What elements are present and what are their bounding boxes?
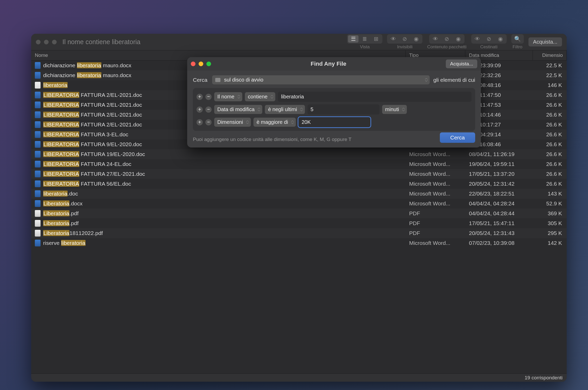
table-row[interactable]: Liberatoria.docxMicrosoft Word...04/04/2…: [31, 199, 567, 209]
file-icon: [35, 240, 41, 246]
minimize-button[interactable]: [44, 40, 49, 44]
crit3-op-select[interactable]: è maggiore di: [253, 118, 296, 127]
search-buy-button[interactable]: Acquista...: [446, 59, 477, 68]
file-size: 26.6 K: [533, 101, 567, 109]
file-name: LIBERATORIA FATTURA 2/EL-2021.doc: [43, 112, 142, 118]
table-row[interactable]: LIBERATORIA FATTURA 27/EL-2021.docMicros…: [31, 169, 567, 179]
packages-label: Contenuto pacchetti: [427, 44, 466, 50]
file-date: 17/05/21, 13:37:20: [465, 170, 533, 178]
trash-hide-button[interactable]: ⊘: [484, 35, 494, 43]
invisible-only-button[interactable]: ◉: [411, 35, 421, 43]
file-size: 26.6 K: [533, 111, 567, 119]
search-button[interactable]: Cerca: [440, 132, 475, 143]
file-size: 26.6 K: [533, 180, 567, 188]
scope-value: sul disco di avvio: [224, 77, 263, 83]
file-icon: [35, 102, 41, 108]
file-icon: [35, 111, 41, 118]
crit2-attr-select[interactable]: Data di modifica: [214, 105, 262, 114]
crit3-value-input[interactable]: [298, 117, 370, 127]
filter-label: Filtro: [513, 44, 522, 50]
file-size: 52.9 K: [533, 199, 567, 208]
table-row[interactable]: LIBERATORIA FATTURA 56/EL.docMicrosoft W…: [31, 179, 567, 189]
buy-button-main[interactable]: Acquista...: [528, 37, 562, 46]
criterion-row-1: + − Il nome contiene: [197, 92, 472, 102]
crit3-attr-select[interactable]: Dimensioni: [214, 118, 251, 127]
search-title: Find Any File: [211, 60, 446, 67]
search-minimize-button[interactable]: [199, 62, 203, 66]
file-date: 19/06/24, 19:59:11: [465, 160, 533, 168]
crit2-op-select[interactable]: è negli ultimi: [265, 105, 305, 114]
search-close-button[interactable]: [191, 62, 195, 66]
table-row[interactable]: Liberatoria.pdfPDF04/04/24, 04:28:44369 …: [31, 209, 567, 218]
crit1-op-select[interactable]: contiene: [245, 92, 276, 101]
file-size: 26.6 K: [533, 150, 567, 158]
file-name: liberatoria.doc: [43, 191, 78, 197]
add-criterion-button[interactable]: +: [197, 106, 203, 113]
remove-criterion-button[interactable]: −: [205, 119, 212, 125]
invisible-show-button[interactable]: 👁: [388, 35, 398, 43]
file-size: 26.6 K: [533, 120, 567, 129]
filter-button[interactable]: 🔍: [512, 35, 523, 43]
file-date: 08/04/21, 11:26:19: [465, 150, 533, 158]
criterion-row-2: + − Data di modifica è negli ultimi minu…: [197, 104, 472, 115]
close-button[interactable]: [36, 40, 41, 44]
file-name: Liberatoria18112022.pdf: [43, 230, 103, 236]
file-date: 20/05/24, 12:31:42: [465, 180, 533, 188]
table-row[interactable]: LIBERATORIA FATTURA 19/EL-2020.docMicros…: [31, 149, 567, 159]
file-kind: Microsoft Word...: [406, 239, 465, 247]
packages-show-button[interactable]: 👁: [430, 35, 441, 43]
file-date: 17/05/21, 15:47:11: [465, 219, 533, 227]
add-criterion-button[interactable]: +: [197, 119, 203, 125]
table-row[interactable]: Liberatoria18112022.pdfPDF20/05/24, 12:3…: [31, 228, 567, 238]
file-size: 305 K: [533, 219, 567, 227]
file-size: 26.6 K: [533, 160, 567, 168]
packages-hide-button[interactable]: ⊘: [442, 35, 452, 43]
file-icon: [35, 82, 41, 89]
file-name: Liberatoria.docx: [43, 200, 82, 207]
header-size[interactable]: Dimensio: [533, 50, 567, 60]
file-size: 142 K: [533, 239, 567, 247]
crit2-value-input[interactable]: [308, 104, 380, 115]
status-bar: 19 corrispondenti: [31, 373, 567, 382]
table-row[interactable]: riserve liberatoriaMicrosoft Word...07/0…: [31, 238, 567, 248]
file-icon: [35, 200, 41, 207]
invisible-hide-button[interactable]: ⊘: [400, 35, 410, 43]
file-kind: PDF: [406, 229, 465, 237]
packages-only-button[interactable]: ◉: [453, 35, 463, 43]
file-icon: [35, 62, 41, 69]
trash-show-button[interactable]: 👁: [472, 35, 483, 43]
search-zoom-button[interactable]: [206, 62, 211, 66]
size-hint: Puoi aggiungere un codice unità alle dim…: [193, 137, 351, 142]
view-label: Vista: [360, 44, 370, 50]
file-name: LIBERATORIA FATTURA 2/EL-2021.doc: [43, 122, 142, 128]
file-kind: Microsoft Word...: [406, 150, 465, 158]
crit2-unit-select[interactable]: minuti: [382, 105, 407, 114]
file-icon: [35, 131, 41, 138]
trash-only-button[interactable]: ◉: [495, 35, 506, 43]
file-name: LIBERATORIA FATTURA 2/EL-2021.doc: [43, 92, 142, 98]
file-name: LIBERATORIA FATTURA 19/EL-2020.doc: [43, 151, 145, 157]
table-row[interactable]: Liberatoria.pdfPDF17/05/21, 15:47:11305 …: [31, 218, 567, 228]
icon-view-button[interactable]: ⊞: [371, 35, 381, 43]
file-name: LIBERATORIA FATTURA 2/EL-2021.doc: [43, 102, 142, 108]
file-name: LIBERATORIA FATTURA 9/EL-2020.doc: [43, 141, 142, 147]
file-size: 26.6 K: [533, 140, 567, 149]
tree-view-button[interactable]: ≣: [360, 35, 370, 43]
window-title: Il nome contiene liberatoria: [62, 38, 140, 46]
file-kind: Microsoft Word...: [406, 180, 465, 188]
file-date: 22/06/23, 18:22:51: [465, 190, 533, 198]
view-group: ☰ ≣ ⊞ Vista: [347, 34, 382, 50]
crit1-value-input[interactable]: [278, 92, 472, 102]
table-row[interactable]: LIBERATORIA FATTURA 24-EL.docMicrosoft W…: [31, 159, 567, 169]
file-icon: [35, 161, 41, 167]
remove-criterion-button[interactable]: −: [205, 94, 212, 100]
remove-criterion-button[interactable]: −: [205, 106, 212, 113]
file-icon: [35, 180, 41, 187]
add-criterion-button[interactable]: +: [197, 94, 203, 100]
list-view-button[interactable]: ☰: [348, 35, 358, 43]
crit1-attr-select[interactable]: Il nome: [214, 92, 242, 101]
scope-select[interactable]: sul disco di avvio: [212, 75, 430, 84]
file-size: 146 K: [533, 81, 567, 89]
table-row[interactable]: liberatoria.docMicrosoft Word...22/06/23…: [31, 189, 567, 199]
zoom-button[interactable]: [52, 40, 57, 44]
